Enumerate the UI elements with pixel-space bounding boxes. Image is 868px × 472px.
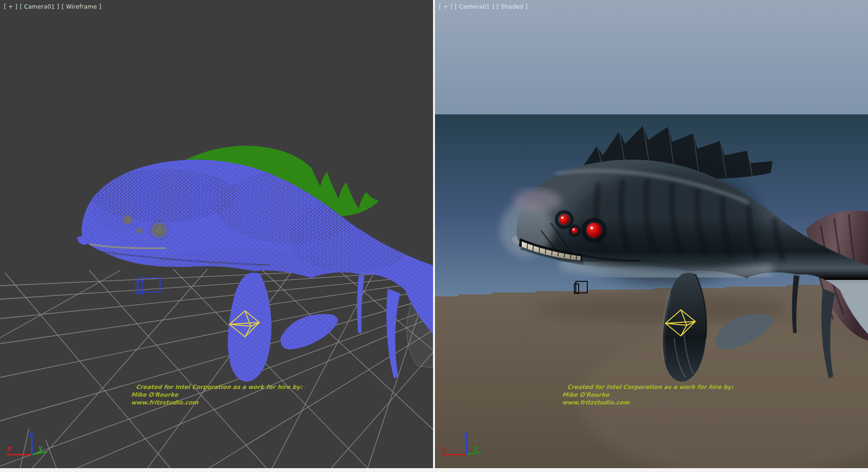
- viewport-shading-menu[interactable]: [ Shaded ]: [497, 3, 528, 10]
- ground-terrain[interactable]: [435, 283, 868, 472]
- axis-z-label: Z: [29, 431, 33, 439]
- axis-y-label: y: [474, 444, 478, 451]
- sky-backdrop[interactable]: [435, 0, 868, 114]
- svg-text:Mike O'Rourke: Mike O'Rourke: [131, 391, 178, 398]
- viewport-general-menu[interactable]: [ + ]: [439, 3, 452, 10]
- viewport-wireframe[interactable]: Created for Intel Corporation as a work …: [0, 0, 433, 472]
- svg-text:Created for Intel Corporation: Created for Intel Corporation as a work …: [567, 384, 734, 390]
- svg-text:www.fritzstudio.com: www.fritzstudio.com: [562, 399, 630, 406]
- viewport-shading-menu[interactable]: [ Wireframe ]: [62, 3, 101, 10]
- svg-text:www.fritzstudio.com: www.fritzstudio.com: [131, 399, 199, 406]
- viewport-pov-menu[interactable]: [ Camera01 ]: [455, 3, 494, 10]
- viewport-label: [ + ] [ Camera01 ] [ Shaded ]: [439, 3, 528, 10]
- viewport-frame-edge: [0, 468, 868, 472]
- axis-x-label: X: [7, 445, 12, 452]
- viewport-label: [ + ] [ Camera01 ] [ Wireframe ]: [4, 3, 101, 10]
- svg-text:Created for Intel Corporation: Created for Intel Corporation as a work …: [136, 384, 303, 390]
- viewport-shaded[interactable]: Created for Intel Corporation as a work …: [435, 0, 868, 472]
- axis-x-label: x: [442, 445, 446, 452]
- viewport-area: Created for Intel Corporation as a work …: [0, 0, 868, 472]
- axis-y-label: y: [39, 444, 43, 451]
- viewport-general-menu[interactable]: [ + ]: [4, 3, 17, 10]
- svg-text:Mike O'Rourke: Mike O'Rourke: [562, 391, 610, 398]
- axis-z-label: Z: [464, 431, 468, 439]
- viewport-pov-menu[interactable]: [ Camera01 ]: [20, 3, 59, 10]
